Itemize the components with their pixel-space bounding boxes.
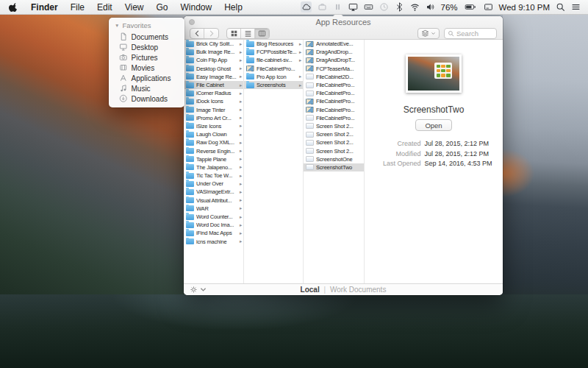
menu-clock[interactable]: Wed 9:10 PM (499, 3, 550, 12)
file-row[interactable]: ScreenshotTwo (304, 163, 364, 171)
view-button[interactable] (241, 29, 255, 38)
view-button[interactable] (227, 29, 241, 38)
file-row[interactable]: Tappie Plane ▸ (184, 155, 243, 163)
status-icon[interactable] (348, 2, 358, 12)
status-icon[interactable] (410, 2, 420, 12)
chevron-right-icon: ▸ (240, 49, 242, 55)
file-row[interactable]: Visual Attribut... ▸ (184, 197, 243, 205)
menu-item[interactable]: Edit (97, 2, 112, 13)
status-icon[interactable] (426, 2, 435, 12)
file-row[interactable]: FileCabinetPro... (244, 65, 303, 73)
status-icon[interactable] (318, 2, 327, 12)
window-manager-icon[interactable] (484, 2, 493, 12)
sidebar-item[interactable]: Movies (114, 63, 184, 73)
file-name: ScreenshotOne (316, 156, 362, 163)
open-button[interactable]: Open (415, 119, 451, 131)
location-local[interactable]: Local (301, 286, 320, 294)
file-row[interactable]: Easy Image Re... ▸ (184, 73, 243, 81)
status-icon[interactable] (395, 2, 404, 12)
metadata-value: Sep 14, 2016, 4:53 PM (424, 160, 492, 167)
notification-center-icon[interactable] (571, 2, 581, 12)
file-row[interactable]: DragAndDrop... (304, 48, 364, 56)
status-icon[interactable] (379, 2, 389, 12)
status-icon[interactable] (333, 2, 343, 12)
file-row[interactable]: FileCabinet2D... (304, 73, 364, 81)
file-row[interactable]: FileCabinetPro... (304, 97, 364, 105)
spotlight-search-icon[interactable] (556, 2, 565, 12)
chevron-right-icon: ▸ (240, 123, 242, 129)
file-row[interactable]: file-cabinet-sv... ▸ (244, 56, 303, 64)
file-row[interactable]: Image Tinter ▸ (184, 106, 243, 114)
apple-icon[interactable] (9, 2, 18, 13)
file-row[interactable]: Pro App Icon ▸ (244, 73, 303, 81)
file-row[interactable]: Screen Shot 2... (304, 146, 364, 155)
forward-button[interactable] (204, 29, 218, 38)
file-row[interactable]: icns machine ▸ (184, 238, 243, 246)
file-row[interactable]: iCorner Radius ▸ (184, 89, 243, 97)
chevron-right-icon: ▸ (299, 57, 301, 63)
file-row[interactable]: DragAndDropT... (304, 56, 364, 64)
file-row[interactable]: File Cabinet ▸ (184, 81, 243, 89)
file-row[interactable]: FCPPossibleTe... ▸ (244, 48, 303, 56)
file-row[interactable]: Screen Shot 2... (304, 130, 364, 138)
file-row[interactable]: Blog Resources ▸ (244, 40, 303, 48)
file-row[interactable]: FileCabinetPro... (304, 114, 364, 122)
disclosure-triangle-icon[interactable]: ▼ (115, 23, 119, 28)
file-row[interactable]: ScreenshotOne (304, 155, 364, 163)
menu-item[interactable]: Help (224, 2, 243, 13)
file-row[interactable]: Under Over ▸ (184, 180, 243, 188)
preview-filename: ScreenshotTwo (404, 105, 465, 115)
file-row[interactable]: The Jalapeno... ▸ (184, 163, 243, 171)
back-button[interactable] (190, 29, 204, 38)
status-icon[interactable] (364, 2, 373, 12)
search-field[interactable] (444, 28, 497, 39)
file-row[interactable]: Laugh Clown ▸ (184, 130, 243, 138)
location-work-documents[interactable]: Work Documents (330, 286, 387, 294)
menu-item[interactable]: View (125, 2, 144, 13)
file-row[interactable]: Brick City Solit... ▸ (184, 40, 243, 48)
status-icon[interactable] (301, 1, 312, 13)
file-row[interactable]: iFind Mac Apps ▸ (184, 229, 243, 237)
file-row[interactable]: Word Counter... ▸ (184, 213, 243, 221)
file-row[interactable]: Screen Shot 2... (304, 122, 364, 130)
file-row[interactable]: Word Doc Ima... ▸ (184, 221, 243, 229)
file-row[interactable]: iDock Icons ▸ (184, 97, 243, 105)
file-row[interactable]: Coin Flip App ▸ (184, 56, 243, 64)
file-row[interactable]: Screen Shot 2... (304, 138, 364, 146)
menu-item[interactable]: Finder (31, 2, 58, 13)
file-row[interactable]: Raw Dog XML... ▸ (184, 138, 243, 146)
file-row[interactable]: iSize Icons ▸ (184, 122, 243, 130)
sidebar-item[interactable]: Desktop (114, 42, 184, 52)
search-input[interactable] (456, 29, 493, 38)
file-row[interactable]: FileCabinetPro... (304, 81, 364, 89)
file-name: Screen Shot 2... (316, 131, 362, 138)
battery-icon[interactable] (464, 2, 478, 12)
file-name: FileCabinet2D... (316, 74, 362, 80)
file-row[interactable]: Bulk Image Re... ▸ (184, 48, 243, 56)
arrange-button[interactable] (417, 28, 440, 39)
file-row[interactable]: Screenshots ▸ (244, 81, 303, 89)
file-row[interactable]: FileCabinetPro... (304, 106, 364, 114)
sidebar-item[interactable]: Applications (114, 73, 184, 83)
chevron-right-icon: ▸ (240, 57, 242, 63)
file-thumbnail[interactable] (406, 54, 462, 93)
menu-item[interactable]: Window (181, 2, 212, 13)
file-row[interactable]: FileCabinetPro... (304, 89, 364, 97)
menu-item[interactable]: Go (157, 2, 168, 13)
title-bar[interactable]: App Resources (184, 16, 503, 40)
file-row[interactable]: VASImageExtr... ▸ (184, 188, 243, 196)
sidebar-item[interactable]: Pictures (114, 52, 184, 63)
view-button[interactable] (255, 29, 269, 38)
sidebar-item[interactable]: Documents (114, 32, 184, 42)
file-row[interactable]: iPromo Art Cr... ▸ (184, 114, 243, 122)
sidebar-item[interactable]: Downloads (114, 93, 184, 104)
file-row[interactable]: WAR ▸ (184, 205, 243, 213)
menu-item[interactable]: File (71, 2, 85, 13)
file-row[interactable]: Tic Tac Toe W... ▸ (184, 171, 243, 180)
sidebar-item[interactable]: Music (114, 83, 184, 93)
file-row[interactable]: Desktop Ghost ▸ (184, 65, 243, 73)
file-row[interactable]: AnnotatedEve... (304, 40, 364, 48)
favorites-header[interactable]: ▼ Favorites (114, 21, 184, 29)
file-row[interactable]: Reverse Engin... ▸ (184, 146, 243, 155)
file-row[interactable]: FCPTeaserMa... (304, 65, 364, 73)
